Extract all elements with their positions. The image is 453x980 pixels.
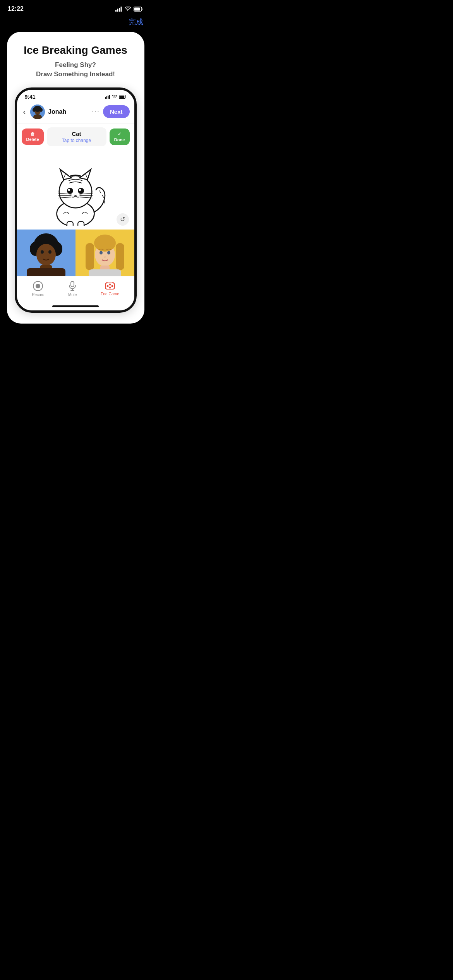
- done-action-button[interactable]: ✓ Done: [110, 128, 130, 145]
- record-button[interactable]: Record: [32, 281, 44, 297]
- battery-icon: [134, 7, 143, 12]
- phone-mockup: 9:41: [15, 87, 137, 313]
- outer-status-icons: [115, 7, 143, 12]
- svg-rect-9: [109, 95, 110, 99]
- svg-point-60: [106, 285, 108, 287]
- svg-point-63: [109, 286, 111, 288]
- avatar-image: [30, 105, 45, 119]
- svg-point-51: [100, 251, 103, 254]
- svg-rect-5: [134, 7, 140, 10]
- svg-point-43: [41, 250, 44, 254]
- next-button[interactable]: Next: [103, 105, 130, 118]
- participant-2-image: [78, 230, 132, 276]
- inner-signal-icon: [105, 95, 110, 99]
- home-indicator: [17, 303, 134, 310]
- participant-1-image: [19, 230, 73, 276]
- action-bar: 🗑 Delete Cat Tap to change ✓ Done: [17, 123, 134, 150]
- svg-rect-3: [121, 7, 122, 12]
- mute-icon: [68, 281, 77, 291]
- signal-icon: [115, 7, 122, 12]
- svg-rect-46: [27, 268, 65, 276]
- svg-line-37: [102, 195, 104, 197]
- svg-point-16: [39, 108, 43, 112]
- page-title: Ice Breaking Games: [24, 44, 127, 57]
- trash-icon: 🗑: [31, 132, 35, 136]
- svg-point-56: [36, 284, 40, 288]
- svg-rect-6: [105, 97, 106, 99]
- inner-status-bar: 9:41: [17, 90, 134, 102]
- nav-name: Jonah: [48, 108, 89, 115]
- inner-battery-icon: [119, 95, 127, 99]
- card-wrapper: Ice Breaking Games Feeling Shy? Draw Som…: [7, 32, 144, 324]
- word-card[interactable]: Cat Tap to change: [47, 127, 106, 146]
- participant-avatar-2: [76, 230, 134, 276]
- complete-button[interactable]: 完成: [129, 17, 143, 27]
- svg-rect-2: [119, 8, 120, 12]
- svg-rect-1: [117, 9, 118, 12]
- outer-status-bar: 12:22: [0, 0, 151, 14]
- svg-point-44: [48, 250, 51, 254]
- svg-rect-0: [115, 10, 117, 12]
- mute-button[interactable]: Mute: [68, 281, 77, 297]
- svg-point-19: [59, 175, 92, 208]
- svg-rect-34: [67, 221, 73, 226]
- svg-rect-8: [108, 96, 109, 99]
- avatar: [30, 105, 45, 119]
- current-word: Cat: [51, 130, 103, 137]
- cat-drawing: [41, 154, 110, 226]
- undo-button[interactable]: ↺: [117, 213, 129, 226]
- home-bar: [52, 305, 99, 307]
- inner-status-icons: [105, 95, 127, 99]
- tap-to-change: Tap to change: [51, 138, 103, 143]
- svg-rect-11: [119, 95, 124, 98]
- end-game-button[interactable]: End Game: [101, 282, 119, 296]
- svg-point-52: [107, 251, 110, 254]
- drawing-area[interactable]: ↺: [17, 150, 134, 230]
- svg-marker-20: [60, 169, 71, 179]
- svg-point-48: [94, 235, 116, 252]
- svg-rect-57: [71, 281, 74, 287]
- svg-point-27: [79, 188, 81, 190]
- bottom-bar: Record Mute: [17, 276, 134, 303]
- delete-button[interactable]: 🗑 Delete: [22, 128, 44, 145]
- svg-point-61: [109, 283, 111, 285]
- outer-status-time: 12:22: [8, 5, 24, 12]
- svg-marker-21: [80, 169, 91, 179]
- svg-point-25: [78, 188, 84, 194]
- more-options-button[interactable]: ···: [92, 108, 100, 116]
- svg-point-15: [33, 108, 36, 112]
- check-icon: ✓: [118, 132, 121, 137]
- wifi-icon: [125, 7, 131, 12]
- inner-nav: ‹ Jonah ··· Next: [17, 102, 134, 123]
- svg-rect-49: [86, 243, 94, 270]
- svg-rect-54: [89, 269, 121, 276]
- svg-point-62: [111, 285, 113, 287]
- svg-line-36: [100, 190, 101, 193]
- svg-point-42: [36, 244, 56, 266]
- top-bar: 完成: [0, 14, 151, 32]
- page-subtitle: Feeling Shy? Draw Something Instead!: [36, 60, 115, 79]
- avatars-row: [17, 230, 134, 276]
- svg-line-38: [104, 200, 105, 204]
- inner-wifi-icon: [112, 95, 117, 99]
- svg-rect-50: [116, 243, 124, 270]
- participant-avatar-1: [17, 230, 76, 276]
- svg-rect-35: [78, 221, 84, 226]
- end-game-icon: [105, 282, 115, 290]
- record-icon: [33, 281, 43, 291]
- svg-point-26: [68, 188, 70, 190]
- svg-rect-7: [106, 96, 107, 99]
- svg-point-24: [67, 188, 73, 194]
- inner-status-time: 9:41: [25, 94, 36, 100]
- back-button[interactable]: ‹: [22, 106, 27, 117]
